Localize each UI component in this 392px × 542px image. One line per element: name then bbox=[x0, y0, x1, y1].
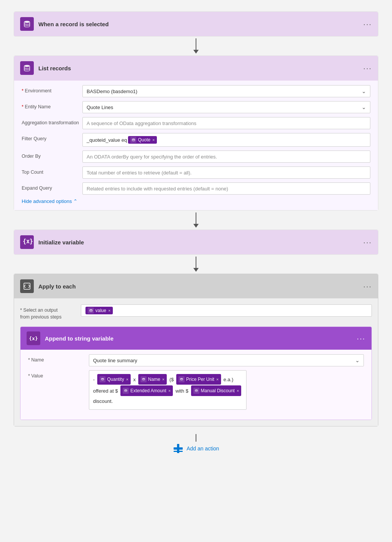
aggregation-label: Aggregation transformation bbox=[22, 117, 82, 127]
extended-amount-token: Extended Amount × bbox=[120, 385, 173, 396]
value-input[interactable]: - Quantity bbox=[89, 370, 247, 410]
arrow-line-segment-1 bbox=[196, 38, 196, 50]
initialize-variable-menu[interactable]: ··· bbox=[363, 238, 372, 247]
extended-db-icon bbox=[124, 389, 128, 393]
order-by-label: Order By bbox=[22, 151, 82, 160]
append-string-header: {x} Append to string variable ··· bbox=[21, 327, 371, 350]
when-record-title: When a record is selected bbox=[38, 21, 363, 27]
when-record-card: When a record is selected ··· bbox=[14, 11, 378, 36]
select-output-label: * Select an output from previous steps bbox=[20, 304, 81, 320]
name-token: Name × bbox=[138, 374, 167, 385]
price-db-icon bbox=[180, 377, 183, 381]
expand-query-input[interactable]: Related entries to include with requeste… bbox=[82, 182, 370, 195]
name-value: Quote line summary bbox=[93, 358, 137, 363]
when-record-header: When a record is selected ··· bbox=[14, 12, 378, 36]
value-row: * Value - bbox=[28, 370, 364, 410]
select-output-required: * bbox=[20, 307, 22, 313]
arrow-line-segment-2 bbox=[196, 212, 196, 224]
initialize-variable-card: {x} Initialize variable ··· bbox=[14, 230, 378, 255]
apply-each-card: Apply to each ··· * Select an output fro… bbox=[14, 274, 378, 426]
top-count-label: Top Count bbox=[22, 166, 82, 176]
price-per-unit-token: Price Per Unit × bbox=[176, 374, 221, 385]
output-token-close[interactable]: × bbox=[108, 308, 111, 313]
list-records-icon-box bbox=[20, 61, 34, 75]
value-x1: x bbox=[133, 377, 136, 382]
quantity-close[interactable]: × bbox=[126, 375, 128, 384]
arrow-head-2 bbox=[193, 224, 199, 228]
environment-chevron: ⌄ bbox=[362, 88, 366, 94]
filter-query-input[interactable]: _quoteid_value eq Quote × bbox=[82, 133, 370, 147]
name-row: * Name Quote line summary ⌄ bbox=[28, 354, 364, 366]
aggregation-placeholder: A sequence of OData aggregation transfor… bbox=[87, 120, 196, 126]
list-records-title: List records bbox=[38, 65, 363, 71]
initialize-variable-title: Initialize variable bbox=[38, 239, 363, 246]
price-close[interactable]: × bbox=[216, 375, 218, 384]
value-with: with $ bbox=[175, 388, 188, 394]
apply-each-icon-box bbox=[20, 279, 34, 293]
hide-advanced-chevron-icon: ⌃ bbox=[73, 198, 77, 204]
svg-point-6 bbox=[142, 378, 145, 379]
extended-close[interactable]: × bbox=[168, 387, 171, 395]
order-by-row: Order By An ODATA orderBy query for spec… bbox=[22, 151, 370, 163]
quantity-db-icon bbox=[101, 377, 104, 381]
filter-token-close[interactable]: × bbox=[152, 138, 155, 142]
value-discount: discount. bbox=[93, 398, 113, 404]
arrow-1 bbox=[14, 36, 378, 55]
list-records-db-icon bbox=[23, 64, 31, 72]
when-record-menu[interactable]: ··· bbox=[363, 20, 372, 29]
filter-token-quote: Quote × bbox=[128, 136, 157, 144]
apply-each-menu[interactable]: ··· bbox=[363, 282, 372, 291]
name-chevron: ⌄ bbox=[355, 357, 360, 363]
name-token-close[interactable]: × bbox=[162, 375, 164, 384]
order-by-input[interactable]: An ODATA orderBy query for specifying th… bbox=[82, 151, 370, 163]
variable-icon: {x} bbox=[23, 238, 31, 246]
list-records-header: List records ··· bbox=[14, 56, 378, 80]
arrow-3 bbox=[14, 255, 378, 274]
entity-name-chevron: ⌄ bbox=[362, 104, 366, 110]
apply-each-title: Apply to each bbox=[38, 283, 363, 290]
svg-point-0 bbox=[24, 21, 30, 23]
value-prefix: - bbox=[93, 377, 96, 382]
output-db-icon bbox=[89, 309, 93, 313]
entity-name-input[interactable]: Quote Lines ⌄ bbox=[82, 101, 370, 113]
apply-each-header: Apply to each ··· bbox=[14, 274, 378, 298]
environment-input[interactable]: BASDemo (basdemo1) ⌄ bbox=[82, 85, 370, 97]
top-count-row: Top Count Total number of entries to ret… bbox=[22, 166, 370, 179]
entity-name-value: Quote Lines bbox=[87, 105, 113, 110]
filter-query-row: Filter Query _quoteid_value eq Quote × bbox=[22, 133, 370, 147]
aggregation-input[interactable]: A sequence of OData aggregation transfor… bbox=[82, 117, 370, 129]
environment-row: * Environment BASDemo (basdemo1) ⌄ bbox=[22, 85, 370, 97]
output-token-icon bbox=[88, 307, 94, 314]
output-token-value: value × bbox=[85, 307, 113, 314]
expand-query-row: Expand Query Related entries to include … bbox=[22, 182, 370, 195]
name-token-icon bbox=[141, 376, 147, 382]
arrow-line-1 bbox=[193, 38, 199, 54]
select-output-row: * Select an output from previous steps v… bbox=[20, 304, 372, 320]
entity-required: * bbox=[22, 104, 24, 109]
list-records-menu[interactable]: ··· bbox=[363, 64, 372, 73]
output-token-label: value bbox=[95, 308, 106, 313]
svg-point-1 bbox=[24, 65, 30, 67]
quantity-token: Quantity × bbox=[97, 374, 131, 385]
add-action-line bbox=[196, 434, 196, 442]
list-records-card: List records ··· * Environment BASDemo (… bbox=[14, 55, 378, 211]
select-output-input[interactable]: value × bbox=[81, 304, 372, 317]
hide-advanced-link[interactable]: Hide advanced options ⌃ bbox=[22, 198, 370, 204]
extended-label: Extended Amount bbox=[130, 386, 166, 395]
arrow-head-1 bbox=[193, 50, 199, 54]
add-action-button[interactable]: Add an action bbox=[173, 443, 219, 454]
arrow-head-3 bbox=[193, 268, 199, 272]
append-string-menu[interactable]: ··· bbox=[357, 334, 365, 343]
append-string-icon-box: {x} bbox=[27, 331, 40, 345]
environment-value: BASDemo (basdemo1) bbox=[87, 89, 138, 94]
manual-discount-close[interactable]: × bbox=[237, 387, 239, 395]
append-var-icon: {x} bbox=[29, 336, 38, 341]
top-count-input[interactable]: Total number of entries to retrieve (def… bbox=[82, 166, 370, 179]
name-input[interactable]: Quote line summary ⌄ bbox=[89, 354, 364, 366]
expand-query-placeholder: Related entries to include with requeste… bbox=[87, 186, 228, 192]
apply-each-body: * Select an output from previous steps v… bbox=[14, 298, 378, 426]
initialize-variable-header: {x} Initialize variable ··· bbox=[14, 230, 378, 254]
arrow-line-2 bbox=[193, 212, 199, 228]
price-label: Price Per Unit bbox=[186, 375, 214, 384]
extended-amount-icon bbox=[123, 388, 129, 394]
